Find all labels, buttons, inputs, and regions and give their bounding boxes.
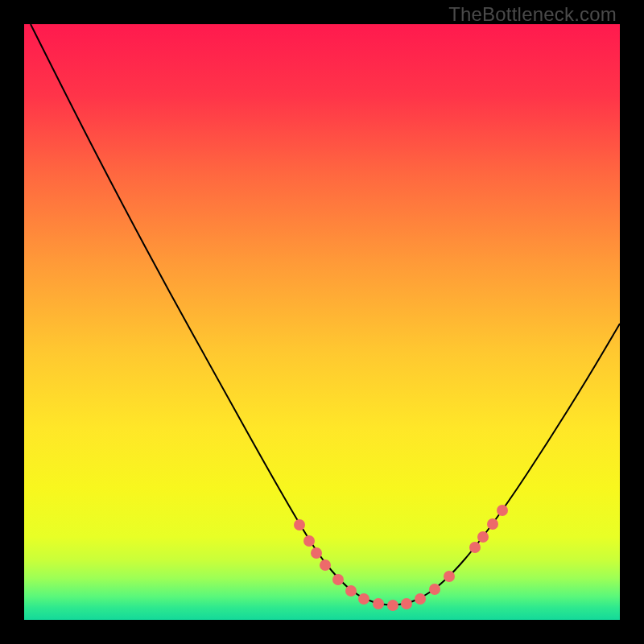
- curve-marker: [415, 593, 426, 605]
- curve-marker: [401, 598, 412, 609]
- curve-marker: [373, 598, 384, 609]
- curve-marker: [387, 600, 398, 611]
- curve-marker: [345, 585, 357, 597]
- curve-marker: [358, 593, 369, 605]
- curve-marker: [487, 518, 498, 530]
- curve-marker: [303, 535, 315, 547]
- curve-marker: [320, 559, 331, 571]
- plot-area: [24, 24, 620, 620]
- curve-marker: [311, 547, 322, 559]
- curve-marker: [444, 571, 455, 582]
- curve-marker: [477, 531, 489, 543]
- curve-marker: [332, 574, 344, 585]
- curve-marker: [294, 519, 305, 530]
- watermark-label: TheBottleneck.com: [448, 3, 617, 26]
- marker-group: [294, 505, 508, 611]
- curve-path: [31, 24, 620, 605]
- bottleneck-curve: [24, 24, 620, 620]
- curve-marker: [469, 542, 481, 553]
- curve-marker: [429, 584, 440, 595]
- curve-marker: [497, 505, 508, 516]
